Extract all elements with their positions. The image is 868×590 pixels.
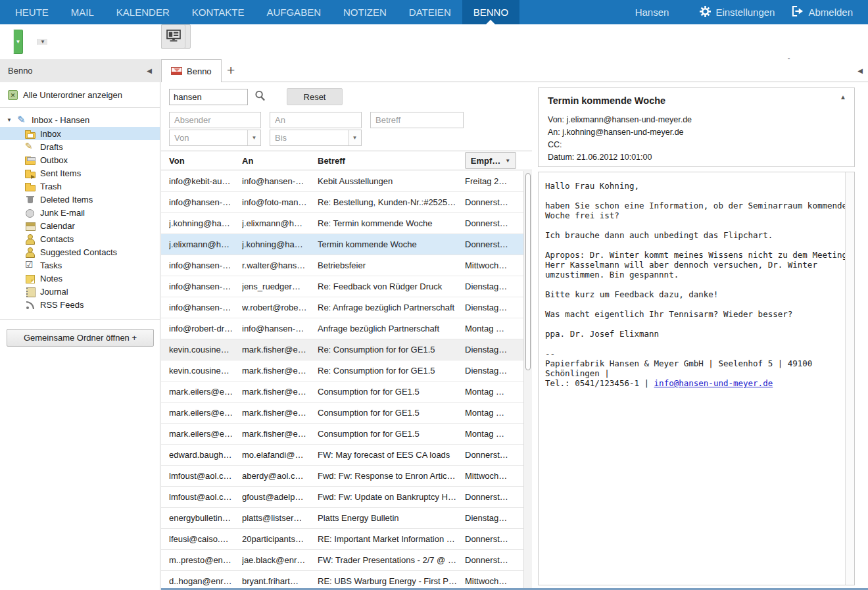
- open-shared-folders-button[interactable]: Gemeinsame Ordner öffnen +: [7, 329, 154, 347]
- sidebar-item-inbox[interactable]: Inbox: [0, 127, 160, 140]
- cell-empf: Montag …: [465, 429, 523, 439]
- settings-button[interactable]: Einstellungen: [694, 6, 781, 19]
- cell-betreff: Kebit Ausstellungen: [318, 176, 465, 186]
- mail-row[interactable]: energybulletin…platts@listser…Platts Ene…: [161, 508, 523, 529]
- nav-item-mail[interactable]: MAIL: [60, 0, 105, 24]
- mail-row[interactable]: info@robert-dr…info@hansen-…Anfrage bezü…: [161, 318, 523, 339]
- folder-label: Notes: [40, 274, 62, 283]
- cell-betreff: Re: Termin kommende Woche: [318, 218, 465, 228]
- mail-row[interactable]: mark.eilers@e…mark.fisher@e…Consumption …: [161, 424, 523, 445]
- cell-an: info@hansen-…: [242, 324, 318, 333]
- cell-betreff: Re: Consumption for for GE1.5: [318, 345, 465, 355]
- cell-empf: Montag …: [465, 408, 523, 418]
- mail-row[interactable]: edward.baugh…mo.elafandi@…FW: May foreca…: [161, 445, 523, 466]
- cell-empf: Dienstag…: [465, 366, 523, 376]
- mail-row[interactable]: j.elixmann@h…j.kohning@ha…Termin kommend…: [161, 234, 523, 255]
- meta-line: CC:: [548, 139, 845, 151]
- cell-von: mark.eilers@e…: [169, 387, 242, 397]
- view-layout-button[interactable]: [161, 24, 185, 49]
- tasks-icon: [25, 260, 36, 270]
- mail-row[interactable]: lfeusi@caiso.…20participants…RE: Importa…: [161, 529, 523, 550]
- new-mail-dropdown[interactable]: ▼: [13, 30, 23, 54]
- cell-an: mark.fisher@e…: [242, 408, 318, 418]
- mail-row[interactable]: lmfoust@aol.c…aberdy@aol.c…Fwd: Fw: Resp…: [161, 466, 523, 487]
- sender-filter-input[interactable]: [169, 112, 261, 128]
- nav-item-dateien[interactable]: DATEIEN: [398, 0, 462, 24]
- nav-item-notizen[interactable]: NOTIZEN: [332, 0, 398, 24]
- mail-row[interactable]: info@hansen-…jens_ruedger…Re: Feedback v…: [161, 276, 523, 297]
- show-all-folders-toggle[interactable]: ✕ Alle Unterordner anzeigen: [0, 82, 160, 107]
- sidebar-item-notes[interactable]: Notes: [0, 272, 160, 285]
- sidebar-item-deleted-items[interactable]: Deleted Items: [0, 193, 160, 206]
- email-link[interactable]: info@hansen-und-meyer.de: [654, 378, 773, 388]
- mailbox-store-icon: [17, 115, 28, 125]
- sidebar-item-rss-feeds[interactable]: RSS Feeds: [0, 298, 160, 311]
- chevron-down-icon: ▼: [247, 130, 260, 145]
- nav-item-benno[interactable]: BENNO: [462, 0, 519, 24]
- nav-item-heute[interactable]: HEUTE: [4, 0, 60, 24]
- logout-button[interactable]: Abmelden: [786, 6, 859, 18]
- mail-row[interactable]: lmfoust@aol.c…gfoust@adelp…Fwd: Fw: Upda…: [161, 487, 523, 508]
- folder-list: InboxDraftsOutboxSent ItemsTrashDeleted …: [0, 127, 160, 311]
- sort-column-button[interactable]: Empf… ▼: [465, 152, 516, 169]
- inbox-icon: [25, 132, 36, 139]
- body-line: [545, 220, 837, 230]
- view-layout-dropdown[interactable]: ▼: [37, 39, 47, 45]
- reset-button[interactable]: Reset: [287, 88, 343, 105]
- search-button[interactable]: [254, 90, 266, 103]
- date-until-dropdown[interactable]: Bis ▼: [270, 130, 362, 146]
- sidebar-item-drafts[interactable]: Drafts: [0, 140, 160, 153]
- mail-row[interactable]: info@hansen-…w.robert@robe…Re: Anfrage b…: [161, 297, 523, 318]
- mail-list-scrollbar[interactable]: [523, 171, 532, 588]
- column-header-von[interactable]: Von: [169, 156, 242, 166]
- new-tab-button[interactable]: +: [222, 62, 240, 78]
- subject-filter-input[interactable]: [370, 112, 464, 128]
- tab-benno[interactable]: Benno: [161, 59, 222, 82]
- mail-row[interactable]: mark.eilers@e…mark.fisher@e…Consumption …: [161, 403, 523, 424]
- sidebar-item-suggested-contacts[interactable]: Suggested Contacts: [0, 245, 160, 258]
- mail-row[interactable]: info@kebit-au…info@hansen-…Kebit Ausstel…: [161, 171, 523, 192]
- cell-empf: Donnerst…: [465, 450, 523, 460]
- cell-an: mark.fisher@e…: [242, 345, 318, 355]
- sidebar-item-inbox-hansen[interactable]: ▼ Inbox - Hansen: [0, 113, 160, 127]
- cell-empf: Mittwoch…: [465, 260, 523, 270]
- mail-row[interactable]: info@hansen-…info@foto-man…Re: Bestellun…: [161, 192, 523, 213]
- preview-scrollbar[interactable]: [845, 172, 854, 585]
- to-filter-input[interactable]: [270, 112, 362, 128]
- mail-row[interactable]: m..presto@en…jae.black@enr…FW: Trader Pr…: [161, 550, 523, 571]
- mail-row[interactable]: kevin.cousine…mark.fisher@e…Re: Consumpt…: [161, 339, 523, 360]
- mail-row[interactable]: d..hogan@enr…bryant.frihart…RE: UBS Warb…: [161, 571, 523, 588]
- cell-betreff: Fwd: Fw: Response to Enron Artic…: [318, 471, 465, 481]
- scrollbar-thumb[interactable]: [525, 173, 531, 370]
- nav-item-kalender[interactable]: KALENDER: [105, 0, 181, 24]
- nav-item-aufgaben[interactable]: AUFGABEN: [255, 0, 332, 24]
- sidebar-item-calendar[interactable]: Calendar: [0, 219, 160, 232]
- mail-row[interactable]: j.kohning@ha…j.elixmann@h…Re: Termin kom…: [161, 213, 523, 234]
- sidebar-collapse-icon[interactable]: ◀: [147, 67, 152, 74]
- sidebar-item-journal[interactable]: Journal: [0, 285, 160, 298]
- mail-row[interactable]: mark.eilers@e…mark.fisher@e…Consumption …: [161, 381, 523, 403]
- search-input[interactable]: [169, 89, 248, 105]
- sidebar-item-junk-e-mail[interactable]: Junk E-mail: [0, 206, 160, 219]
- sidebar-item-contacts[interactable]: Contacts: [0, 232, 160, 245]
- mail-row[interactable]: info@hansen-…r.walter@hans…Betriebsfeier…: [161, 255, 523, 276]
- cell-empf: Dienstag…: [465, 282, 523, 291]
- chevron-down-icon[interactable]: ▼: [7, 117, 13, 123]
- sidebar-item-outbox[interactable]: Outbox: [0, 153, 160, 166]
- column-header-betreff[interactable]: Betreff: [318, 156, 465, 166]
- meta-line: Von: j.elixmann@hansen-und-meyer.de: [548, 114, 845, 126]
- column-header-an[interactable]: An: [242, 156, 318, 166]
- sidebar-item-tasks[interactable]: Tasks: [0, 258, 160, 272]
- mail-list-header: Von An Betreff Empf… ▼: [161, 151, 532, 170]
- mail-row[interactable]: kevin.cousine…mark.fisher@e…Re: Consumpt…: [161, 360, 523, 381]
- cell-empf: Donnerst…: [465, 492, 523, 502]
- header-collapse-icon[interactable]: ▲: [840, 93, 846, 101]
- folder-label: Deleted Items: [40, 195, 93, 205]
- sidebar-item-sent-items[interactable]: Sent Items: [0, 166, 160, 180]
- nav-item-kontakte[interactable]: KONTAKTE: [181, 0, 256, 24]
- sidebar-item-trash[interactable]: Trash: [0, 180, 160, 193]
- date-from-dropdown[interactable]: Von ▼: [169, 130, 261, 146]
- preview-collapse-icon[interactable]: ◀: [857, 67, 863, 74]
- cell-an: aberdy@aol.c…: [242, 471, 318, 481]
- date-until-label: Bis: [270, 130, 348, 145]
